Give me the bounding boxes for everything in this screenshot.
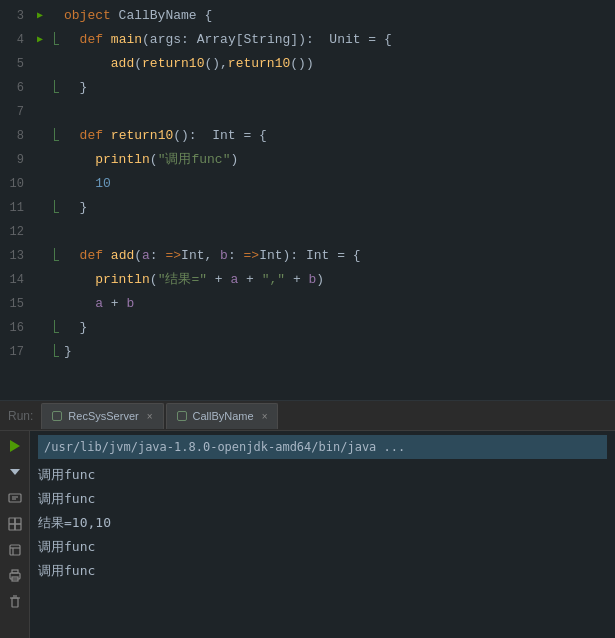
line-content: 10 — [62, 172, 615, 196]
code-editor: 3▶object CallByName {4▶ def main(args: A… — [0, 0, 615, 400]
fold-indicator[interactable] — [48, 200, 62, 216]
svg-rect-0 — [54, 32, 55, 44]
code-line: 7 — [0, 100, 615, 124]
print-icon[interactable] — [4, 565, 26, 587]
svg-rect-16 — [9, 494, 21, 502]
tab-icon — [177, 411, 187, 421]
line-number: 8 — [0, 124, 32, 148]
code-line: 3▶object CallByName { — [0, 4, 615, 28]
svg-rect-30 — [12, 598, 18, 607]
line-number: 3 — [0, 4, 32, 28]
output-line: 调用func — [38, 535, 607, 559]
svg-rect-9 — [54, 260, 59, 261]
line-content: } — [62, 340, 615, 364]
code-lines-container: 3▶object CallByName {4▶ def main(args: A… — [0, 0, 615, 368]
fold-indicator[interactable] — [48, 128, 62, 144]
fold-indicator[interactable] — [48, 248, 62, 264]
line-number: 15 — [0, 292, 32, 316]
line-content: add(return10(),return10()) — [62, 52, 615, 76]
line-content: println("结果=" + a + "," + b) — [62, 268, 615, 292]
tab-label: RecSysServer — [68, 410, 138, 422]
line-content: def main(args: Array[String]): Unit = { — [62, 28, 615, 52]
line-number: 4 — [0, 28, 32, 52]
line-content: object CallByName { — [62, 4, 615, 28]
output-line: 调用func — [38, 559, 607, 583]
fold-indicator[interactable] — [48, 32, 62, 48]
run-sidebar — [0, 431, 30, 638]
tab-close-button[interactable]: × — [262, 411, 268, 422]
svg-rect-5 — [54, 140, 59, 141]
line-content: } — [62, 316, 615, 340]
line-number: 10 — [0, 172, 32, 196]
run-content: /usr/lib/jvm/java-1.8.0-openjdk-amd64/bi… — [0, 431, 615, 638]
line-number: 12 — [0, 220, 32, 244]
svg-rect-11 — [54, 332, 59, 333]
clear-output-button[interactable] — [4, 591, 26, 613]
svg-rect-13 — [54, 356, 59, 357]
run-tab-recsys[interactable]: RecSysServer× — [41, 403, 163, 429]
svg-marker-15 — [10, 469, 20, 475]
code-line: 17} — [0, 340, 615, 364]
play-button[interactable] — [4, 435, 26, 457]
svg-rect-4 — [54, 128, 55, 140]
svg-rect-1 — [54, 44, 59, 45]
line-content: a + b — [62, 292, 615, 316]
line-number: 5 — [0, 52, 32, 76]
line-arrow[interactable]: ▶ — [32, 28, 48, 52]
svg-rect-21 — [9, 524, 15, 530]
svg-rect-23 — [10, 545, 20, 555]
line-number: 6 — [0, 76, 32, 100]
line-content: } — [62, 76, 615, 100]
output-line: 调用func — [38, 487, 607, 511]
line-content: println("调用func") — [62, 148, 615, 172]
tab-label: CallByName — [193, 410, 254, 422]
code-line: 8 def return10(): Int = { — [0, 124, 615, 148]
line-number: 17 — [0, 340, 32, 364]
run-panel: Run: RecSysServer×CallByName× — [0, 400, 615, 638]
code-line: 15 a + b — [0, 292, 615, 316]
line-content: } — [62, 196, 615, 220]
output-icon-2[interactable] — [4, 513, 26, 535]
code-line: 10 10 — [0, 172, 615, 196]
line-number: 9 — [0, 148, 32, 172]
code-line: 16 } — [0, 316, 615, 340]
code-line: 6 } — [0, 76, 615, 100]
run-path: /usr/lib/jvm/java-1.8.0-openjdk-amd64/bi… — [38, 435, 607, 459]
tab-close-button[interactable]: × — [147, 411, 153, 422]
svg-rect-8 — [54, 248, 55, 260]
svg-rect-12 — [54, 344, 55, 356]
code-line: 4▶ def main(args: Array[String]): Unit =… — [0, 28, 615, 52]
run-label: Run: — [8, 409, 33, 423]
fold-indicator[interactable] — [48, 320, 62, 336]
line-arrow[interactable]: ▶ — [32, 4, 48, 28]
svg-rect-20 — [15, 518, 21, 524]
code-line: 9 println("调用func") — [0, 148, 615, 172]
line-number: 7 — [0, 100, 32, 124]
scroll-down-button[interactable] — [4, 461, 26, 483]
code-line: 11 } — [0, 196, 615, 220]
line-number: 16 — [0, 316, 32, 340]
fold-indicator[interactable] — [48, 344, 62, 360]
svg-rect-22 — [15, 524, 21, 530]
line-content: def return10(): Int = { — [62, 124, 615, 148]
output-icon-3[interactable] — [4, 539, 26, 561]
svg-rect-27 — [12, 570, 18, 573]
code-line: 14 println("结果=" + a + "," + b) — [0, 268, 615, 292]
output-line: 结果=10,10 — [38, 511, 607, 535]
output-line: 调用func — [38, 463, 607, 487]
svg-rect-19 — [9, 518, 15, 524]
output-icon-1[interactable] — [4, 487, 26, 509]
fold-indicator[interactable] — [48, 80, 62, 96]
line-number: 11 — [0, 196, 32, 220]
code-line: 5 add(return10(),return10()) — [0, 52, 615, 76]
code-line: 13 def add(a: =>Int, b: =>Int): Int = { — [0, 244, 615, 268]
line-content: def add(a: =>Int, b: =>Int): Int = { — [62, 244, 615, 268]
line-number: 14 — [0, 268, 32, 292]
run-tabs-bar: Run: RecSysServer×CallByName× — [0, 401, 615, 431]
svg-rect-3 — [54, 92, 59, 93]
svg-rect-10 — [54, 320, 55, 332]
run-tab-callbyname[interactable]: CallByName× — [166, 403, 279, 429]
code-line: 12 — [0, 220, 615, 244]
app-container: 3▶object CallByName {4▶ def main(args: A… — [0, 0, 615, 638]
svg-marker-14 — [10, 440, 20, 452]
